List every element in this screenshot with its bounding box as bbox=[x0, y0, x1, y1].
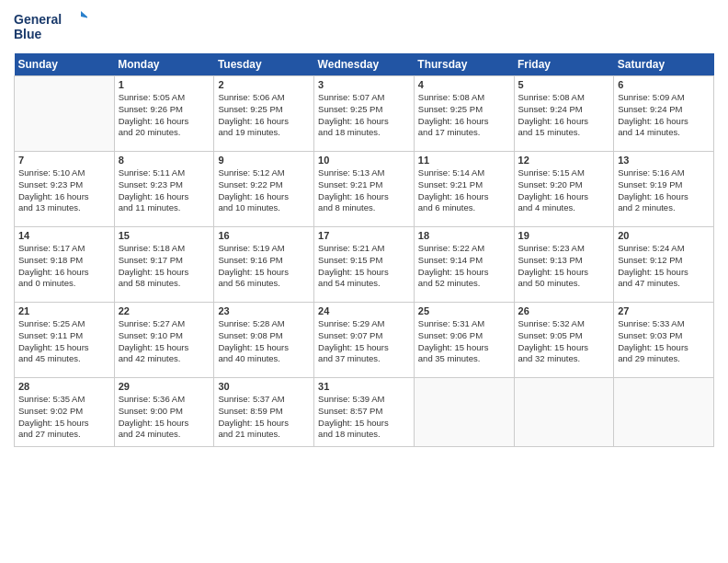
day-info: Sunrise: 5:08 AM Sunset: 9:25 PM Dayligh… bbox=[418, 92, 510, 139]
calendar-cell: 1Sunrise: 5:05 AM Sunset: 9:26 PM Daylig… bbox=[114, 76, 214, 152]
day-header-tuesday: Tuesday bbox=[214, 53, 314, 76]
day-info: Sunrise: 5:14 AM Sunset: 9:21 PM Dayligh… bbox=[418, 167, 510, 214]
day-number: 27 bbox=[618, 305, 710, 316]
calendar-cell bbox=[414, 378, 514, 447]
day-info: Sunrise: 5:08 AM Sunset: 9:24 PM Dayligh… bbox=[518, 92, 610, 139]
svg-text:General: General bbox=[14, 12, 62, 27]
day-number: 16 bbox=[218, 230, 310, 241]
header: General Blue bbox=[14, 9, 714, 46]
calendar-cell: 12Sunrise: 5:15 AM Sunset: 9:20 PM Dayli… bbox=[514, 152, 614, 227]
calendar-cell bbox=[15, 76, 115, 152]
day-number: 24 bbox=[318, 305, 410, 316]
day-number: 31 bbox=[318, 381, 410, 392]
day-info: Sunrise: 5:37 AM Sunset: 8:59 PM Dayligh… bbox=[218, 394, 310, 441]
calendar-cell bbox=[614, 378, 714, 447]
day-number: 4 bbox=[418, 79, 510, 90]
calendar-cell: 9Sunrise: 5:12 AM Sunset: 9:22 PM Daylig… bbox=[214, 152, 314, 227]
day-header-sunday: Sunday bbox=[15, 53, 115, 76]
day-number: 1 bbox=[119, 79, 210, 90]
calendar-cell: 11Sunrise: 5:14 AM Sunset: 9:21 PM Dayli… bbox=[414, 152, 514, 227]
calendar-cell: 16Sunrise: 5:19 AM Sunset: 9:16 PM Dayli… bbox=[214, 227, 314, 303]
day-info: Sunrise: 5:10 AM Sunset: 9:23 PM Dayligh… bbox=[18, 167, 110, 214]
day-number: 9 bbox=[218, 155, 310, 166]
day-header-thursday: Thursday bbox=[414, 53, 514, 76]
day-number: 21 bbox=[18, 305, 110, 316]
calendar-cell: 19Sunrise: 5:23 AM Sunset: 9:13 PM Dayli… bbox=[514, 227, 614, 303]
main-container: General Blue SundayMondayTuesdayWednesda… bbox=[0, 0, 728, 456]
day-info: Sunrise: 5:15 AM Sunset: 9:20 PM Dayligh… bbox=[518, 167, 610, 214]
day-number: 28 bbox=[18, 381, 110, 392]
calendar-cell: 18Sunrise: 5:22 AM Sunset: 9:14 PM Dayli… bbox=[414, 227, 514, 303]
calendar-cell: 17Sunrise: 5:21 AM Sunset: 9:15 PM Dayli… bbox=[314, 227, 415, 303]
day-info: Sunrise: 5:05 AM Sunset: 9:26 PM Dayligh… bbox=[119, 92, 210, 139]
day-number: 22 bbox=[119, 305, 210, 316]
calendar-week-row: 7Sunrise: 5:10 AM Sunset: 9:23 PM Daylig… bbox=[15, 152, 714, 227]
calendar-cell: 3Sunrise: 5:07 AM Sunset: 9:25 PM Daylig… bbox=[314, 76, 415, 152]
calendar-body: 1Sunrise: 5:05 AM Sunset: 9:26 PM Daylig… bbox=[15, 76, 714, 447]
calendar-cell: 28Sunrise: 5:35 AM Sunset: 9:02 PM Dayli… bbox=[15, 378, 115, 447]
day-number: 13 bbox=[618, 155, 710, 166]
day-number: 10 bbox=[318, 155, 410, 166]
day-info: Sunrise: 5:17 AM Sunset: 9:18 PM Dayligh… bbox=[18, 243, 110, 290]
calendar-cell: 4Sunrise: 5:08 AM Sunset: 9:25 PM Daylig… bbox=[414, 76, 514, 152]
day-header-friday: Friday bbox=[514, 53, 614, 76]
calendar-cell: 21Sunrise: 5:25 AM Sunset: 9:11 PM Dayli… bbox=[15, 303, 115, 378]
day-header-saturday: Saturday bbox=[614, 53, 714, 76]
logo: General Blue bbox=[14, 9, 87, 46]
day-info: Sunrise: 5:19 AM Sunset: 9:16 PM Dayligh… bbox=[218, 243, 310, 290]
day-info: Sunrise: 5:09 AM Sunset: 9:24 PM Dayligh… bbox=[618, 92, 710, 139]
calendar-week-row: 28Sunrise: 5:35 AM Sunset: 9:02 PM Dayli… bbox=[15, 378, 714, 447]
calendar-week-row: 21Sunrise: 5:25 AM Sunset: 9:11 PM Dayli… bbox=[15, 303, 714, 378]
day-number: 29 bbox=[119, 381, 210, 392]
day-header-monday: Monday bbox=[114, 53, 214, 76]
calendar-cell: 25Sunrise: 5:31 AM Sunset: 9:06 PM Dayli… bbox=[414, 303, 514, 378]
calendar-cell: 14Sunrise: 5:17 AM Sunset: 9:18 PM Dayli… bbox=[15, 227, 115, 303]
day-number: 25 bbox=[418, 305, 510, 316]
day-info: Sunrise: 5:13 AM Sunset: 9:21 PM Dayligh… bbox=[318, 167, 410, 214]
day-info: Sunrise: 5:06 AM Sunset: 9:25 PM Dayligh… bbox=[218, 92, 310, 139]
day-number: 18 bbox=[418, 230, 510, 241]
day-info: Sunrise: 5:36 AM Sunset: 9:00 PM Dayligh… bbox=[119, 394, 210, 441]
day-number: 20 bbox=[618, 230, 710, 241]
day-info: Sunrise: 5:22 AM Sunset: 9:14 PM Dayligh… bbox=[418, 243, 510, 290]
day-number: 7 bbox=[18, 155, 110, 166]
svg-marker-2 bbox=[81, 11, 87, 18]
day-number: 26 bbox=[518, 305, 610, 316]
calendar-cell: 22Sunrise: 5:27 AM Sunset: 9:10 PM Dayli… bbox=[114, 303, 214, 378]
day-info: Sunrise: 5:29 AM Sunset: 9:07 PM Dayligh… bbox=[318, 318, 410, 365]
logo-svg: General Blue bbox=[14, 9, 87, 46]
calendar-cell: 30Sunrise: 5:37 AM Sunset: 8:59 PM Dayli… bbox=[214, 378, 314, 447]
calendar-cell bbox=[514, 378, 614, 447]
day-number: 30 bbox=[218, 381, 310, 392]
calendar-cell: 2Sunrise: 5:06 AM Sunset: 9:25 PM Daylig… bbox=[214, 76, 314, 152]
calendar-cell: 8Sunrise: 5:11 AM Sunset: 9:23 PM Daylig… bbox=[114, 152, 214, 227]
day-info: Sunrise: 5:39 AM Sunset: 8:57 PM Dayligh… bbox=[318, 394, 410, 441]
day-info: Sunrise: 5:27 AM Sunset: 9:10 PM Dayligh… bbox=[119, 318, 210, 365]
calendar-cell: 29Sunrise: 5:36 AM Sunset: 9:00 PM Dayli… bbox=[114, 378, 214, 447]
day-info: Sunrise: 5:23 AM Sunset: 9:13 PM Dayligh… bbox=[518, 243, 610, 290]
day-info: Sunrise: 5:25 AM Sunset: 9:11 PM Dayligh… bbox=[18, 318, 110, 365]
day-info: Sunrise: 5:11 AM Sunset: 9:23 PM Dayligh… bbox=[119, 167, 210, 214]
day-info: Sunrise: 5:18 AM Sunset: 9:17 PM Dayligh… bbox=[119, 243, 210, 290]
calendar-cell: 5Sunrise: 5:08 AM Sunset: 9:24 PM Daylig… bbox=[514, 76, 614, 152]
day-number: 17 bbox=[318, 230, 410, 241]
calendar-header-row: SundayMondayTuesdayWednesdayThursdayFrid… bbox=[15, 53, 714, 76]
day-number: 3 bbox=[318, 79, 410, 90]
day-info: Sunrise: 5:21 AM Sunset: 9:15 PM Dayligh… bbox=[318, 243, 410, 290]
day-number: 23 bbox=[218, 305, 310, 316]
calendar-week-row: 1Sunrise: 5:05 AM Sunset: 9:26 PM Daylig… bbox=[15, 76, 714, 152]
calendar-cell: 27Sunrise: 5:33 AM Sunset: 9:03 PM Dayli… bbox=[614, 303, 714, 378]
svg-text:Blue: Blue bbox=[14, 27, 42, 41]
calendar-table: SundayMondayTuesdayWednesdayThursdayFrid… bbox=[14, 53, 714, 447]
day-number: 19 bbox=[518, 230, 610, 241]
day-number: 12 bbox=[518, 155, 610, 166]
calendar-cell: 23Sunrise: 5:28 AM Sunset: 9:08 PM Dayli… bbox=[214, 303, 314, 378]
day-number: 14 bbox=[18, 230, 110, 241]
calendar-cell: 13Sunrise: 5:16 AM Sunset: 9:19 PM Dayli… bbox=[614, 152, 714, 227]
calendar-cell: 24Sunrise: 5:29 AM Sunset: 9:07 PM Dayli… bbox=[314, 303, 415, 378]
day-number: 15 bbox=[119, 230, 210, 241]
day-info: Sunrise: 5:33 AM Sunset: 9:03 PM Dayligh… bbox=[618, 318, 710, 365]
calendar-cell: 26Sunrise: 5:32 AM Sunset: 9:05 PM Dayli… bbox=[514, 303, 614, 378]
day-info: Sunrise: 5:07 AM Sunset: 9:25 PM Dayligh… bbox=[318, 92, 410, 139]
day-info: Sunrise: 5:28 AM Sunset: 9:08 PM Dayligh… bbox=[218, 318, 310, 365]
